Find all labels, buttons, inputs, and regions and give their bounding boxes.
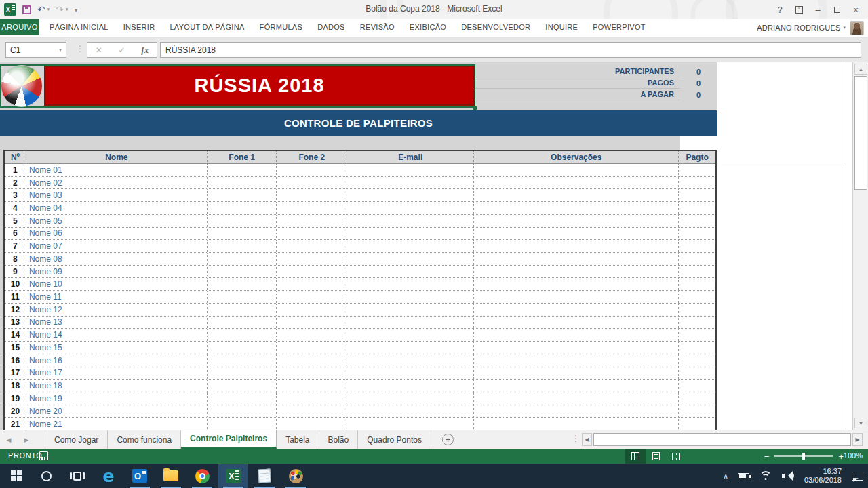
email-cell[interactable] (347, 405, 474, 418)
observacoes-cell[interactable] (474, 418, 679, 430)
fone1-cell[interactable] (208, 202, 277, 214)
observacoes-cell[interactable] (474, 189, 679, 201)
fone2-cell[interactable] (277, 266, 347, 278)
pagto-cell[interactable] (679, 215, 715, 227)
fone2-cell[interactable] (277, 215, 347, 227)
pagto-cell[interactable] (679, 380, 715, 392)
pagto-cell[interactable] (679, 189, 715, 201)
name-cell[interactable]: Nome 14 (26, 329, 208, 341)
name-cell[interactable]: Nome 08 (26, 253, 208, 265)
observacoes-cell[interactable] (474, 405, 679, 418)
fone2-cell[interactable] (277, 392, 347, 405)
pagto-cell[interactable] (679, 304, 715, 316)
volume-icon[interactable] (777, 464, 799, 488)
observacoes-cell[interactable] (474, 240, 679, 252)
pagto-cell[interactable] (679, 329, 715, 341)
enter-icon[interactable]: ✓ (119, 45, 125, 55)
email-cell[interactable] (347, 392, 474, 405)
observacoes-cell[interactable] (474, 354, 679, 367)
pagto-cell[interactable] (679, 392, 715, 405)
row-number-cell[interactable]: 6 (5, 228, 26, 240)
fone2-cell[interactable] (277, 291, 347, 303)
pagto-cell[interactable] (679, 317, 715, 329)
row-number-cell[interactable]: 17 (5, 367, 26, 380)
observacoes-cell[interactable] (474, 266, 679, 278)
fone2-cell[interactable] (277, 342, 347, 354)
email-cell[interactable] (347, 317, 474, 329)
email-cell[interactable] (347, 304, 474, 316)
formula-input[interactable]: RÚSSIA 2018 (160, 42, 861, 58)
pagto-cell[interactable] (679, 342, 715, 354)
pagto-cell[interactable] (679, 228, 715, 240)
world-flags-ball-image[interactable] (1, 65, 43, 107)
observacoes-cell[interactable] (474, 342, 679, 354)
header-cell-pagto[interactable]: Pagto (679, 151, 715, 163)
ribbon-tab[interactable]: LAYOUT DA PÁGINA (162, 23, 252, 31)
fone1-cell[interactable] (208, 367, 277, 380)
pagto-cell[interactable] (679, 291, 715, 303)
name-cell[interactable]: Nome 20 (26, 405, 208, 418)
summary-value[interactable]: 0 (680, 68, 717, 76)
fone1-cell[interactable] (208, 240, 277, 252)
row-number-cell[interactable]: 1 (5, 164, 26, 176)
scroll-down-icon[interactable]: ▼ (854, 418, 867, 428)
name-cell[interactable]: Nome 06 (26, 228, 208, 240)
email-cell[interactable] (347, 291, 474, 303)
summary-label[interactable]: A PAGAR (475, 89, 680, 100)
pagto-cell[interactable] (679, 405, 715, 418)
minimize-icon[interactable]: – (808, 2, 827, 17)
pagto-cell[interactable] (679, 367, 715, 380)
header-cell-observacoes[interactable]: Observações (474, 151, 679, 163)
name-cell[interactable]: Nome 11 (26, 291, 208, 303)
observacoes-cell[interactable] (474, 392, 679, 405)
pagto-cell[interactable] (679, 240, 715, 252)
name-box-dropdown-icon[interactable]: ▾ (55, 47, 66, 53)
pagto-cell[interactable] (679, 253, 715, 265)
fone1-cell[interactable] (208, 291, 277, 303)
email-cell[interactable] (347, 367, 474, 380)
page-break-view-icon[interactable] (666, 449, 686, 464)
email-cell[interactable] (347, 228, 474, 240)
fone1-cell[interactable] (208, 253, 277, 265)
email-cell[interactable] (347, 189, 474, 201)
scroll-up-icon[interactable]: ▲ (854, 64, 867, 75)
ribbon-tab[interactable]: INQUIRE (538, 23, 585, 31)
name-cell[interactable]: Nome 09 (26, 266, 208, 278)
fone1-cell[interactable] (208, 177, 277, 189)
ribbon-tab[interactable]: INSERIR (116, 23, 163, 31)
user-dropdown-icon[interactable]: ▾ (843, 25, 846, 30)
row-number-cell[interactable]: 2 (5, 177, 26, 189)
email-cell[interactable] (347, 253, 474, 265)
name-cell[interactable]: Nome 19 (26, 392, 208, 405)
zoom-in-icon[interactable]: + (838, 451, 844, 462)
name-cell[interactable]: Nome 21 (26, 418, 208, 430)
sheet-tab-como-funciona[interactable]: Como funciona (108, 430, 181, 449)
email-cell[interactable] (347, 240, 474, 252)
name-cell[interactable]: Nome 10 (26, 278, 208, 290)
fone1-cell[interactable] (208, 164, 277, 176)
customize-quick-access-icon[interactable]: ▾ (75, 6, 79, 14)
observacoes-cell[interactable] (474, 291, 679, 303)
scroll-left-icon[interactable]: ◀ (582, 433, 592, 446)
row-number-cell[interactable]: 11 (5, 291, 26, 303)
fone2-cell[interactable] (277, 240, 347, 252)
fone1-cell[interactable] (208, 418, 277, 430)
sheet-nav-prev-icon[interactable]: ◀ (0, 430, 18, 449)
pagto-cell[interactable] (679, 202, 715, 214)
name-box[interactable]: C1 ▾ (5, 42, 66, 58)
fone2-cell[interactable] (277, 253, 347, 265)
zoom-level[interactable]: 100% (844, 451, 863, 460)
pagto-cell[interactable] (679, 266, 715, 278)
name-cell[interactable]: Nome 03 (26, 189, 208, 201)
name-cell[interactable]: Nome 02 (26, 177, 208, 189)
row-number-cell[interactable]: 16 (5, 354, 26, 367)
row-number-cell[interactable]: 12 (5, 304, 26, 316)
pagto-cell[interactable] (679, 278, 715, 290)
sheet-tab-como-jogar[interactable]: Como Jogar (45, 430, 108, 449)
fone1-cell[interactable] (208, 304, 277, 316)
fone2-cell[interactable] (277, 329, 347, 341)
banner-russia-cell[interactable]: RÚSSIA 2018 (44, 66, 475, 106)
observacoes-cell[interactable] (474, 367, 679, 380)
fone1-cell[interactable] (208, 405, 277, 418)
row-number-cell[interactable]: 15 (5, 342, 26, 354)
